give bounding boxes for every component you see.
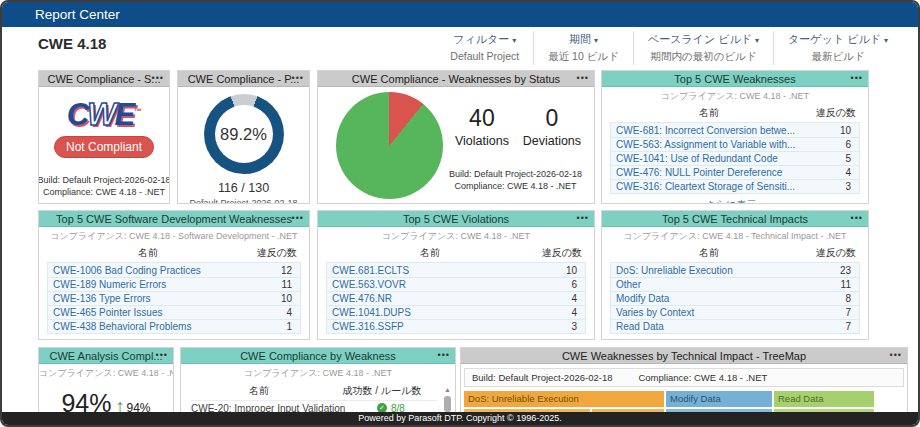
table-row: CWE-438 Behavioral Problems1 (48, 319, 300, 333)
filter-value: 最近 10 ビルド (548, 50, 619, 64)
impact-link[interactable]: DoS: Unreliable Execution (611, 265, 811, 276)
rule-link[interactable]: CWE.681.ECLTS (327, 265, 537, 276)
table-row: CWE-465 Pointer Issues4 (48, 305, 300, 319)
compliance-label: Compliance: CWE 4.18 - .NET (38, 187, 170, 199)
kebab-menu-icon[interactable]: ••• (152, 71, 164, 86)
weakness-link[interactable]: CWE-316: Cleartext Storage of Sensiti... (611, 181, 811, 192)
build-label: Default Project-2026-02-18 (189, 198, 297, 204)
widget-header[interactable]: CWE Analysis Compl... ••• (39, 348, 173, 364)
weakness-link[interactable]: CWE-1041: Use of Redundant Code (611, 153, 811, 164)
impact-link[interactable]: Read Data (611, 321, 811, 332)
widget-weaknesses-by-status: CWE Compliance - Weaknesses by Status ••… (317, 70, 595, 204)
table-row: Read Data7 (611, 319, 859, 333)
rule-link[interactable]: CWE.316.SSFP (327, 321, 537, 332)
target-build-dropdown[interactable]: ターゲット ビルド▾ 最新ビルド (773, 31, 902, 65)
violation-count: 6 (537, 279, 585, 290)
weakness-link[interactable]: CWE-1006 Bad Coding Practices (48, 265, 252, 276)
violation-count: 7 (811, 321, 859, 332)
table-row: CWE-563: Assignment to Variable with...6 (611, 137, 859, 151)
kebab-menu-icon[interactable]: ••• (851, 211, 863, 226)
widget-header[interactable]: CWE Compliance - P... ••• (178, 71, 309, 87)
weakness-link[interactable]: CWE-563: Assignment to Variable with... (611, 139, 811, 150)
kebab-menu-icon[interactable]: ••• (577, 211, 589, 226)
period-dropdown[interactable]: 期間▾ 最近 10 ビルド (533, 31, 633, 65)
rule-link[interactable]: CWE.563.VOVR (327, 279, 537, 290)
build-label: Build: Default Project-2026-02-18 (472, 372, 612, 383)
table-row: Varies by Context7 (611, 305, 859, 319)
violation-count: 12 (252, 265, 300, 276)
show-more-link[interactable]: さらに表示... (602, 338, 868, 340)
weakness-link[interactable]: CWE-476: NULL Pointer Dereference (611, 167, 811, 178)
app-title: Report Center (35, 2, 120, 27)
violation-count: 10 (252, 293, 300, 304)
ratio-column-header: 成功数 / ルール数 (327, 384, 437, 398)
compliance-label: Compliance: CWE 4.18 - .NET (638, 372, 767, 383)
weakness-link[interactable]: CWE-465 Pointer Issues (48, 307, 252, 318)
impact-link[interactable]: Other (611, 279, 811, 290)
widget-header[interactable]: CWE Compliance - S... ••• (39, 71, 169, 87)
show-more-link[interactable]: さらに表示... (602, 198, 868, 204)
show-more-link[interactable]: さらに表示... (318, 338, 594, 340)
table-row: CWE.1041.DUPS4 (327, 305, 585, 319)
status-pie-chart (336, 92, 443, 199)
weaknesses-table: CWE-1006 Bad Coding Practices12 CWE-189 … (47, 262, 301, 334)
weakness-link[interactable]: CWE-136 Type Errors (48, 293, 252, 304)
baseline-build-dropdown[interactable]: ベースライン ビルド▾ 期間内の最初のビルド (633, 31, 773, 65)
table-row: CWE.476.NR4 (327, 291, 585, 305)
compliance-donut-chart: 89.2% (204, 94, 284, 174)
kebab-menu-icon[interactable]: ••• (577, 71, 589, 86)
widget-header[interactable]: Top 5 CWE Weaknesses ••• (602, 71, 868, 87)
widget-title: Top 5 CWE Software Development Weaknesse… (56, 213, 292, 225)
widget-subtitle: コンプライアンス: CWE 4.18 - Software Developmen… (39, 230, 309, 243)
name-column-header: 名前 (47, 246, 249, 260)
kebab-menu-icon[interactable]: ••• (292, 211, 304, 226)
widget-header[interactable]: CWE Weaknesses by Technical Impact - Tre… (461, 348, 907, 364)
kebab-menu-icon[interactable]: ••• (156, 348, 168, 363)
scrollbar-thumb[interactable] (444, 396, 451, 412)
impact-link[interactable]: Modify Data (611, 293, 811, 304)
treemap-group-dos[interactable]: DoS: Unreliable Execution (464, 391, 664, 407)
app-header-bar: Report Center (2, 2, 918, 27)
widget-header[interactable]: Top 5 CWE Technical Impacts ••• (602, 211, 868, 227)
rule-link[interactable]: CWE.476.NR (327, 293, 537, 304)
widget-top-cwe-weaknesses: Top 5 CWE Weaknesses ••• コンプライアンス: CWE 4… (601, 70, 869, 204)
weakness-link[interactable]: CWE-189 Numeric Errors (48, 279, 252, 290)
build-label: Build: Default Project-2026-02-18 (438, 169, 593, 181)
scroll-up-icon[interactable]: ▲ (444, 386, 451, 394)
filter-dropdown[interactable]: フィルター▾ Default Project (436, 31, 533, 65)
impact-link[interactable]: Varies by Context (611, 307, 811, 318)
violation-count: 5 (811, 153, 859, 164)
show-more-link[interactable]: さらに表示... (39, 338, 309, 340)
count-column-header: 違反の数 (808, 246, 860, 260)
widget-title: Top 5 CWE Violations (403, 213, 509, 225)
treemap-info-bar: Build: Default Project-2026-02-18 Compli… (464, 368, 904, 387)
kebab-menu-icon[interactable]: ••• (890, 348, 902, 363)
widget-subtitle: コンプライアンス: CWE 4.18 - Technical Impact - … (602, 230, 868, 243)
weakness-link[interactable]: CWE-438 Behavioral Problems (48, 321, 252, 332)
violation-count: 6 (811, 139, 859, 150)
table-row: CWE.563.VOVR6 (327, 277, 585, 291)
widget-header[interactable]: Top 5 CWE Software Development Weaknesse… (39, 211, 309, 227)
widget-subtitle: コンプライアンス: CWE 4.18 - .NET (181, 367, 455, 380)
kebab-menu-icon[interactable]: ••• (292, 71, 304, 86)
name-column-header: 名前 (610, 106, 808, 120)
kebab-menu-icon[interactable]: ••• (438, 348, 450, 363)
treemap-group-modify-data[interactable]: Modify Data (666, 391, 772, 407)
treemap-group-read-data[interactable]: Read Data (774, 391, 874, 407)
widget-header[interactable]: Top 5 CWE Violations ••• (318, 211, 594, 227)
compliance-ratio: 116 / 130 (218, 181, 269, 195)
column-headers: 名前 違反の数 (47, 246, 301, 260)
filter-label: ベースライン ビルド (648, 33, 752, 45)
weakness-link[interactable]: CWE-681: Incorrect Conversion betwe... (611, 125, 811, 136)
widget-header[interactable]: CWE Compliance - Weaknesses by Status ••… (318, 71, 594, 87)
filter-value: 期間内の最初のビルド (648, 50, 759, 64)
widget-header[interactable]: CWE Compliance by Weakness ••• (181, 348, 455, 364)
chevron-down-icon: ▾ (594, 36, 598, 45)
weaknesses-table: CWE-681: Incorrect Conversion betwe...10… (610, 122, 860, 194)
rule-link[interactable]: CWE.1041.DUPS (327, 307, 537, 318)
kebab-menu-icon[interactable]: ••• (851, 71, 863, 86)
column-headers: 名前 違反の数 (610, 246, 860, 260)
filter-value: Default Project (450, 50, 519, 62)
dashboard-filters: フィルター▾ Default Project 期間▾ 最近 10 ビルド ベース… (436, 31, 902, 65)
filter-label: 期間 (569, 33, 591, 45)
